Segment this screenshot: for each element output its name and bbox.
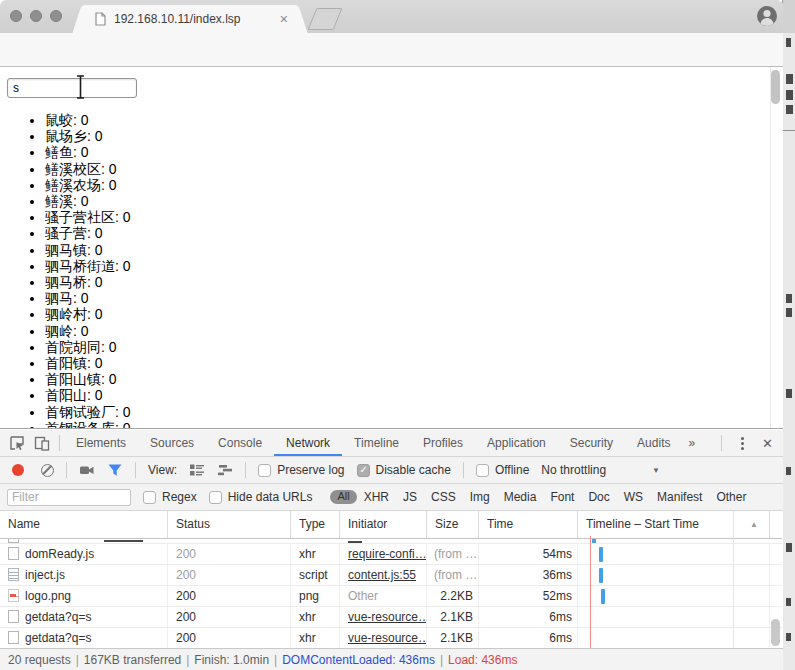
capture-screenshots-icon[interactable] <box>79 462 95 478</box>
devtools-tab[interactable]: Profiles <box>411 430 475 456</box>
resource-type-filter[interactable]: CSS <box>424 490 463 504</box>
network-request-row[interactable]: getdata?q=s 200 xhr vue-resource… 2.1KB … <box>0 607 782 628</box>
request-time-cell: 36ms <box>479 565 578 585</box>
sort-indicator-icon[interactable]: ▲ <box>750 520 758 529</box>
tab-strip: 192.168.10.11/index.lsp × <box>0 0 783 33</box>
disable-cache-checkbox[interactable] <box>357 464 370 477</box>
window-minimize-button[interactable] <box>30 10 42 22</box>
initiator-link[interactable]: Other <box>348 589 378 603</box>
request-time-cell: 54ms <box>479 544 578 564</box>
list-item: 驷岭村: 0 <box>45 306 131 322</box>
request-status-cell: 200 <box>168 628 291 648</box>
filter-icon[interactable] <box>107 462 123 478</box>
devtools-menu-icon[interactable] <box>734 435 750 451</box>
initiator-link[interactable]: vue-resource… <box>348 631 427 645</box>
initiator-link[interactable]: vue-resource… <box>348 610 427 624</box>
resource-type-filter[interactable]: Img <box>463 490 497 504</box>
inspect-element-icon[interactable] <box>9 435 25 451</box>
load-time: Load: 436ms <box>448 653 517 667</box>
network-filter-input[interactable] <box>7 489 131 506</box>
request-name-cell[interactable]: inject.js <box>0 565 168 585</box>
request-name-cell[interactable]: logo.png <box>0 586 168 606</box>
clear-network-log-icon[interactable] <box>41 464 54 477</box>
devtools-tab[interactable]: Audits <box>625 430 682 456</box>
new-tab-button[interactable] <box>308 8 343 30</box>
network-request-row[interactable]: domReady.js 200 xhr require-confi… (from… <box>0 544 782 565</box>
network-request-row[interactable]: logo.png 200 png Other 2.2KB 52ms <box>0 586 782 607</box>
summary-separator: | <box>76 653 79 667</box>
request-name-cell[interactable]: getdata?q=s <box>0 607 168 627</box>
show-overview-icon[interactable] <box>217 462 233 478</box>
background-text-fragment <box>786 467 791 475</box>
list-item: 鳝鱼: 0 <box>45 144 131 160</box>
devtools-scrollbar-thumb[interactable] <box>771 619 780 646</box>
list-item: 首院胡同: 0 <box>45 339 131 355</box>
background-text-fragment <box>786 105 793 114</box>
devtools-tab[interactable]: Network <box>274 430 342 456</box>
waterfall-bar <box>599 568 603 583</box>
request-timeline-cell <box>578 544 770 564</box>
record-network-log-button[interactable] <box>12 464 24 476</box>
page-scrollbar-thumb[interactable] <box>771 70 780 104</box>
search-input[interactable] <box>7 78 137 98</box>
background-text-fragment <box>786 294 792 303</box>
request-initiator-cell: content.js:55 <box>340 565 427 585</box>
tab-title: 192.168.10.11/index.lsp <box>114 12 274 26</box>
resource-type-filter[interactable]: Manifest <box>650 490 709 504</box>
partial-request-row[interactable] <box>0 539 782 544</box>
devtools-tab[interactable]: Elements <box>64 430 138 456</box>
network-request-row[interactable]: getdata?q=s 200 xhr vue-resource… 2.1KB … <box>0 628 782 649</box>
file-icon <box>8 631 19 644</box>
window-close-button[interactable] <box>10 10 22 22</box>
request-size-cell: 2.1KB <box>427 628 479 648</box>
device-toolbar-icon[interactable] <box>34 435 50 451</box>
devtools-tab[interactable]: Timeline <box>342 430 411 456</box>
request-name-cell[interactable]: getdata?q=s <box>0 628 168 648</box>
list-item: 骚子营: 0 <box>45 225 131 241</box>
column-header[interactable]: Status <box>168 511 291 538</box>
preserve-log-checkbox[interactable] <box>258 464 271 477</box>
offline-checkbox[interactable] <box>476 464 489 477</box>
devtools-tab[interactable]: Console <box>206 430 274 456</box>
devtools-close-icon[interactable]: ✕ <box>754 436 781 451</box>
request-type-cell: xhr <box>291 544 340 564</box>
file-icon <box>8 547 19 560</box>
large-request-rows-icon[interactable] <box>189 462 205 478</box>
devtools-tab[interactable]: Security <box>558 430 625 456</box>
column-header[interactable]: Time <box>479 511 578 538</box>
profile-avatar[interactable] <box>756 5 778 27</box>
request-initiator-cell: vue-resource… <box>340 628 427 648</box>
resource-type-filter[interactable]: WS <box>617 490 650 504</box>
resource-type-filter[interactable]: JS <box>396 490 424 504</box>
throttling-select[interactable]: No throttling <box>541 463 606 477</box>
network-request-row[interactable]: inject.js 200 script content.js:55 (from… <box>0 565 782 586</box>
resource-type-filter[interactable]: All <box>330 490 356 504</box>
browser-tab[interactable]: 192.168.10.11/index.lsp × <box>84 5 296 33</box>
resource-type-filter[interactable]: Media <box>497 490 544 504</box>
column-header[interactable]: Name <box>0 511 168 538</box>
hide-data-urls-checkbox[interactable] <box>209 491 222 504</box>
devtools-tab[interactable]: Sources <box>138 430 206 456</box>
column-header[interactable]: Size <box>427 511 479 538</box>
initiator-link[interactable]: require-confi… <box>348 547 427 561</box>
column-header[interactable]: Timeline – Start Time <box>578 511 770 538</box>
list-item: 驷马桥街道: 0 <box>45 258 131 274</box>
tab-close-icon[interactable]: × <box>280 12 288 26</box>
resource-type-filter[interactable]: Font <box>543 490 581 504</box>
devtools-tab[interactable]: Application <box>475 430 558 456</box>
initiator-link[interactable]: content.js:55 <box>348 568 416 582</box>
resource-type-filter[interactable]: Other <box>709 490 753 504</box>
request-timeline-cell <box>578 586 770 606</box>
regex-checkbox[interactable] <box>143 491 156 504</box>
throttling-caret-icon[interactable]: ▼ <box>652 466 660 475</box>
column-header[interactable]: Type <box>291 511 340 538</box>
resource-type-filter[interactable]: XHR <box>357 490 396 504</box>
request-time-cell: 6ms <box>479 628 578 648</box>
network-table-header: NameStatusTypeInitiatorSizeTimeTimeline … <box>0 511 782 539</box>
devtools-tab[interactable]: » <box>682 430 701 456</box>
window-zoom-button[interactable] <box>50 10 62 22</box>
request-name-cell[interactable]: domReady.js <box>0 544 168 564</box>
column-header[interactable]: Initiator <box>340 511 427 538</box>
resource-type-filter[interactable]: Doc <box>581 490 616 504</box>
list-item: 首钢设备库: 0 <box>45 420 131 428</box>
